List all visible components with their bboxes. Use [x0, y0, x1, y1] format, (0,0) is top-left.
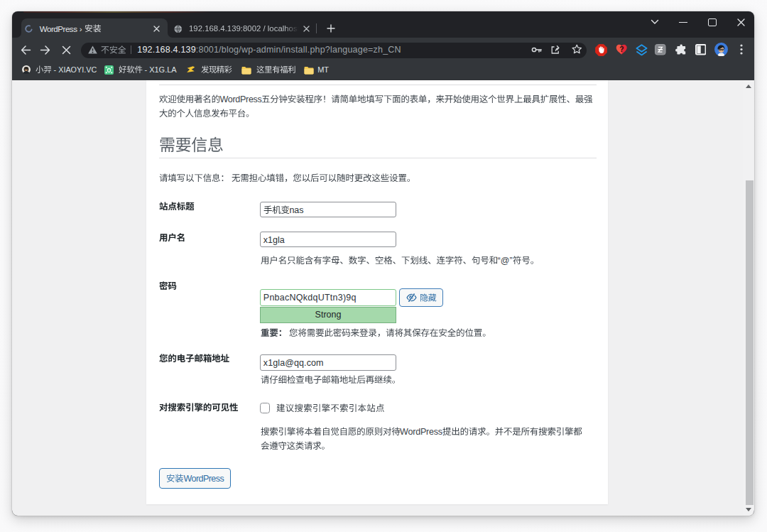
svg-text:?: ?	[619, 45, 624, 53]
